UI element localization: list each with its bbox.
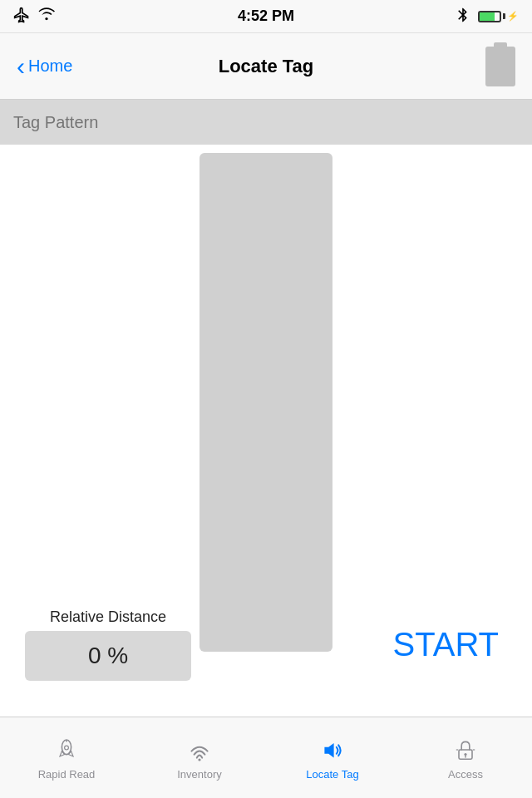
distance-container: Relative Distance 0 % — [25, 608, 191, 681]
tab-inventory-label: Inventory — [177, 768, 221, 781]
start-button[interactable]: START — [385, 618, 507, 672]
inventory-icon — [185, 735, 214, 765]
tag-pattern-input[interactable] — [13, 113, 519, 132]
device-battery-icon — [485, 47, 515, 86]
distance-value-box: 0 % — [25, 631, 191, 681]
page-title: Locate Tag — [219, 56, 314, 77]
locate-tag-icon — [318, 735, 347, 765]
back-label[interactable]: Home — [28, 57, 72, 76]
status-left-icons — [13, 7, 55, 27]
access-icon — [451, 735, 480, 765]
tab-rapid-read[interactable]: Rapid Read — [0, 735, 133, 781]
svg-point-3 — [198, 758, 200, 761]
main-content: Relative Distance 0 % START — [0, 145, 532, 697]
back-chevron-icon: ‹ — [17, 52, 25, 81]
status-bar: 4:52 PM ⚡ — [0, 0, 532, 33]
tab-access-label: Access — [448, 768, 483, 781]
back-button[interactable]: ‹ Home — [17, 52, 72, 81]
wifi-icon — [38, 7, 55, 27]
tab-inventory[interactable]: Inventory — [133, 735, 266, 781]
status-right-icons: ⚡ — [455, 7, 519, 27]
svg-point-1 — [65, 746, 69, 750]
rapid-read-icon — [52, 735, 81, 765]
navigation-bar: ‹ Home Locate Tag — [0, 33, 532, 100]
status-time: 4:52 PM — [238, 7, 294, 25]
tab-rapid-read-label: Rapid Read — [38, 768, 96, 781]
tab-locate-tag-label: Locate Tag — [306, 768, 358, 781]
tab-locate-tag[interactable]: Locate Tag — [266, 735, 399, 781]
tag-pattern-bar[interactable] — [0, 100, 532, 145]
airplane-icon — [13, 7, 30, 27]
svg-point-5 — [464, 753, 466, 756]
bluetooth-icon — [455, 7, 471, 27]
distance-value: 0 % — [88, 643, 128, 669]
bottom-indicators: Relative Distance 0 % START — [0, 608, 532, 681]
signal-bar — [200, 153, 332, 652]
battery-indicator: ⚡ — [478, 11, 519, 22]
tab-access[interactable]: Access — [399, 735, 532, 781]
tab-bar: Rapid Read Inventory Locate Tag — [0, 717, 532, 798]
charging-icon: ⚡ — [507, 11, 519, 22]
distance-label: Relative Distance — [50, 608, 166, 626]
